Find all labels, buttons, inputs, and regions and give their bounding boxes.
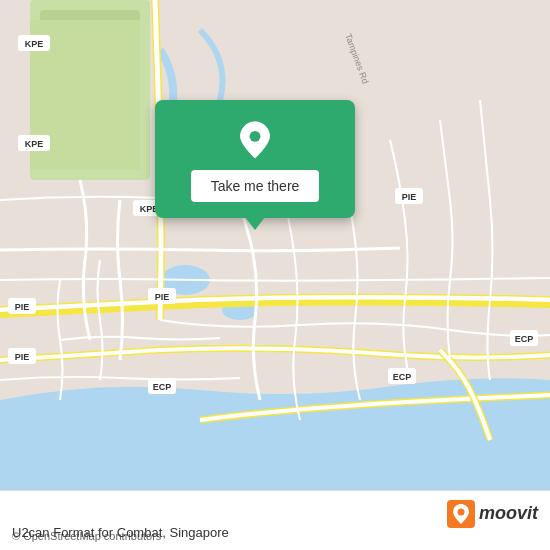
svg-text:KPE: KPE bbox=[25, 139, 44, 149]
moovit-icon bbox=[447, 500, 475, 528]
svg-text:PIE: PIE bbox=[402, 192, 417, 202]
svg-text:KPE: KPE bbox=[25, 39, 44, 49]
svg-text:ECP: ECP bbox=[393, 372, 412, 382]
svg-text:ECP: ECP bbox=[515, 334, 534, 344]
svg-text:ECP: ECP bbox=[153, 382, 172, 392]
location-name: U2can Format for Combat, Singapore bbox=[12, 525, 229, 540]
map-container: KPE KPE KPE PIE PIE PIE PIE ECP ECP ECP … bbox=[0, 0, 550, 490]
location-pin-icon bbox=[235, 120, 275, 160]
svg-text:PIE: PIE bbox=[155, 292, 170, 302]
bottom-bar: moovit © OpenStreetMap contributors U2ca… bbox=[0, 490, 550, 550]
location-popup: Take me there bbox=[155, 100, 355, 218]
moovit-logo: moovit bbox=[447, 500, 538, 528]
svg-text:PIE: PIE bbox=[15, 302, 30, 312]
svg-point-29 bbox=[457, 508, 464, 515]
take-me-there-button[interactable]: Take me there bbox=[191, 170, 320, 202]
svg-point-27 bbox=[250, 131, 261, 142]
moovit-text: moovit bbox=[479, 503, 538, 524]
svg-text:PIE: PIE bbox=[15, 352, 30, 362]
